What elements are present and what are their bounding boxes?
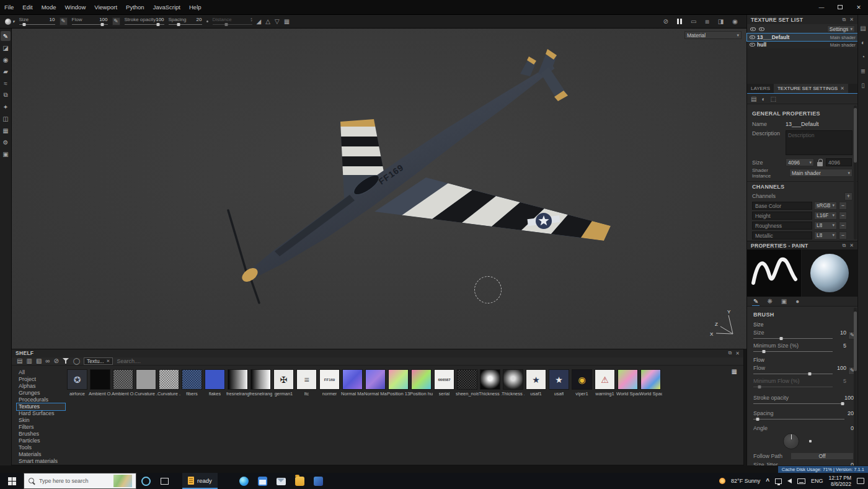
stencil-tab-icon[interactable]: ▣ — [780, 297, 788, 306]
substance-painter-app-button[interactable] — [309, 473, 328, 489]
shelf-item-thumbnail[interactable]: ✪ — [67, 369, 87, 390]
menu-python[interactable]: Python — [122, 4, 149, 11]
remove-channel-button[interactable]: − — [839, 231, 847, 240]
texture-set-settings-dropdown[interactable]: Settings — [827, 25, 855, 32]
texture-set-list-icon[interactable]: ≣ — [861, 68, 866, 74]
shelf-item-thumbnail[interactable] — [228, 369, 248, 390]
volume-icon[interactable] — [787, 478, 792, 483]
shelf-item[interactable]: ⚠warning1 — [593, 369, 616, 397]
eraser-tool[interactable]: ◪ — [1, 43, 11, 53]
shelf-item[interactable]: Normal Ma... — [341, 369, 364, 397]
grid-view-icon[interactable]: ▦ — [732, 368, 737, 375]
shelf-category-project[interactable]: Project — [17, 376, 65, 383]
shelf-item-thumbnail[interactable] — [503, 369, 523, 390]
menu-file[interactable]: File — [0, 4, 18, 11]
start-button[interactable] — [0, 473, 24, 489]
shelf-item[interactable]: Thickness ... — [479, 369, 502, 397]
aircraft-model[interactable]: FF169 — [12, 29, 746, 349]
network-icon[interactable] — [775, 478, 782, 484]
calendar-app-button[interactable] — [254, 473, 272, 489]
shelf-item-thumbnail[interactable] — [342, 369, 363, 390]
description-input[interactable]: Description — [786, 130, 852, 155]
channel-format-dropdown[interactable]: L8 — [814, 231, 837, 240]
remove-channel-button[interactable]: − — [839, 212, 847, 220]
minimize-button[interactable]: — — [812, 0, 831, 15]
shelf-item-thumbnail[interactable]: ✠ — [273, 369, 294, 390]
angle-dial[interactable] — [783, 433, 799, 449]
remove-channel-button[interactable]: − — [839, 202, 847, 210]
falloff-icon[interactable]: ◢ — [257, 18, 262, 25]
menu-edit[interactable]: Edit — [18, 4, 37, 11]
solo-eye-icon[interactable] — [758, 26, 765, 32]
task-view-button[interactable] — [155, 473, 174, 489]
paint-tool[interactable]: ✎ — [1, 31, 11, 41]
flow-slider[interactable] — [753, 372, 833, 376]
visibility-eye-icon[interactable] — [749, 34, 756, 40]
shelf-item-thumbnail[interactable] — [480, 369, 500, 390]
add-channel-button[interactable]: + — [844, 192, 852, 200]
shelf-item-thumbnail[interactable]: ⚠ — [595, 369, 615, 390]
search-highlight-thumbnail[interactable] — [113, 475, 132, 487]
shelf-category-hard-surfaces[interactable]: Hard Surfaces — [17, 410, 65, 417]
shelf-item[interactable]: Normal Ma... — [364, 369, 387, 397]
show-hidden-icons-chevron[interactable]: ^ — [766, 478, 769, 485]
clone-tool[interactable]: ⧉ — [1, 90, 11, 100]
menu-help[interactable]: Help — [185, 4, 206, 11]
shelf-item[interactable]: Ambient O... — [112, 369, 135, 397]
shelf-item[interactable]: fresnelrang... — [249, 369, 272, 397]
shelf-item[interactable]: ✪airforce — [66, 369, 89, 397]
shelf-item-thumbnail[interactable] — [136, 369, 156, 390]
shelf-item-thumbnail[interactable] — [159, 369, 179, 390]
brush-preset-icon[interactable]: ▾ — [5, 19, 15, 25]
shelf-item[interactable]: 666587serial — [433, 369, 456, 397]
shelf-item[interactable]: ≡ltc — [295, 369, 318, 397]
files-app-button[interactable] — [291, 473, 309, 489]
shelf-category-smart-materials[interactable]: Smart materials — [17, 458, 65, 465]
shelf-item[interactable]: flakes — [203, 369, 226, 397]
pause-engine-icon[interactable] — [677, 19, 682, 24]
visibility-eye-icon[interactable] — [749, 42, 756, 48]
close-panel-icon[interactable]: ✕ — [849, 17, 854, 22]
shelf-category-particles[interactable]: Particles — [17, 437, 65, 444]
shelf-item-thumbnail[interactable]: ★ — [526, 369, 546, 390]
brush-tab-icon[interactable]: ✎ — [752, 297, 760, 306]
shelf-item-thumbnail[interactable]: ★ — [549, 369, 569, 390]
shelf-item[interactable]: Curvature ... — [135, 369, 157, 397]
channel-name-field[interactable]: Base Color — [752, 202, 812, 210]
shelf-item-thumbnail[interactable]: ≡ — [296, 369, 317, 390]
camera-icon[interactable]: ◉ — [732, 18, 738, 25]
shelf-item[interactable]: World Spac... — [616, 369, 639, 397]
size-slider[interactable] — [19, 22, 55, 27]
size-slider[interactable] — [753, 336, 833, 341]
grid-snap-icon[interactable]: ▦ — [284, 18, 290, 25]
tab-layers[interactable]: LAYERS — [747, 84, 774, 93]
uv-view-tool[interactable]: ▦ — [1, 125, 11, 135]
shelf-category-tools[interactable]: Tools — [17, 444, 65, 451]
channel-format-dropdown[interactable]: L8 — [814, 222, 837, 230]
shelf-item-thumbnail[interactable] — [411, 369, 432, 390]
shelf-item[interactable]: Thickness ... — [502, 369, 525, 397]
distance-stepper[interactable]: ▴▾ — [250, 17, 252, 22]
maximize-button[interactable] — [831, 0, 849, 15]
cortana-button[interactable] — [136, 473, 155, 489]
float-panel-icon[interactable]: ⧉ — [843, 17, 846, 23]
notification-center-icon[interactable] — [857, 478, 864, 484]
size-linked-field[interactable]: 4096 — [826, 158, 852, 166]
shelf-search-input[interactable] — [117, 358, 303, 364]
shelf-item[interactable]: Ambient O... — [89, 369, 112, 397]
shelf-item-thumbnail[interactable] — [113, 369, 133, 390]
menu-viewport[interactable]: Viewport — [90, 4, 122, 11]
taskbar-search-input[interactable] — [39, 478, 107, 484]
display-mode-icon[interactable]: ▤ — [751, 96, 756, 102]
notes-icon[interactable]: ▯ — [861, 82, 865, 89]
show-all-eye-icon[interactable] — [750, 26, 756, 32]
taskbar-search-box[interactable] — [24, 473, 136, 489]
uv-border-icon[interactable]: ⬚ — [771, 96, 776, 102]
minimum-flow-slider[interactable] — [753, 385, 833, 389]
shader-instance-dropdown[interactable]: Main shader — [789, 169, 852, 177]
material-tab-icon[interactable]: ● — [794, 297, 800, 306]
language-indicator[interactable]: ENG — [811, 478, 823, 484]
shelf-item-thumbnail[interactable] — [205, 369, 225, 390]
texture-set-row[interactable]: hullMain shader — [747, 41, 857, 48]
shelf-item[interactable]: ◉viper1 — [570, 369, 593, 397]
